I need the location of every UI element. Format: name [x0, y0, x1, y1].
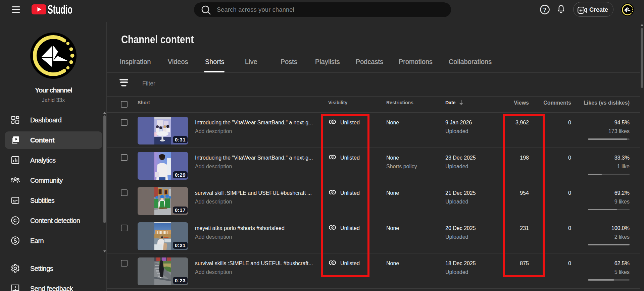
svg-text:?: ?: [543, 7, 547, 13]
